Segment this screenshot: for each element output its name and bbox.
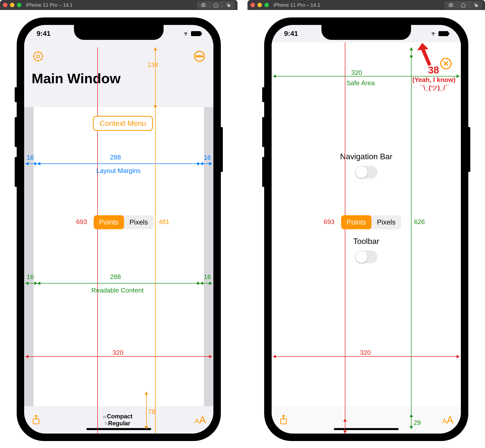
volume-up-button [15,117,17,147]
minimize-window-button[interactable] [257,3,262,7]
volume-down-button [15,157,17,187]
simulator-toolbar-buttons [197,1,235,9]
navigation-bar-switch[interactable] [355,166,377,179]
home-button[interactable] [210,1,222,9]
simulator-toolbar-buttons [445,1,482,9]
window-titlebar: iPhone 11 Pro – 14.1 [0,0,238,10]
svg-point-11 [450,4,452,6]
share-icon[interactable] [32,414,41,425]
minimize-window-button[interactable] [10,3,14,7]
phone-screen: 9:41 Navigation Bar Toolbar [272,25,461,434]
gear-icon[interactable] [32,50,45,63]
unit-points-option[interactable]: Points [341,215,371,229]
status-icons [182,31,201,36]
window-title: iPhone 11 Pro – 14.1 [26,2,197,8]
power-button [468,127,470,172]
close-window-button[interactable] [250,3,255,7]
size-class-label: wCompact hRegular [103,413,132,427]
rotate-button[interactable] [222,1,235,9]
svg-rect-12 [475,4,478,7]
simulator-window-right: iPhone 11 Pro – 14.1 9:41 [247,0,485,448]
toolbar-label: Toolbar [272,237,461,246]
unit-segmented-control[interactable]: Points Pixels [94,215,154,229]
svg-point-1 [203,4,204,6]
battery-icon [438,31,448,36]
battery-icon [191,31,201,36]
svg-point-6 [196,56,198,57]
app-content: Main Window wCompact hRegular [24,42,213,434]
close-window-button[interactable] [3,3,7,7]
right-margin-gutter [204,107,213,406]
phone-frame: 9:41 [17,17,221,441]
screenshot-button[interactable] [197,1,210,9]
unit-pixels-option[interactable]: Pixels [371,215,401,229]
wifi-icon [182,31,189,36]
status-icons [430,31,448,36]
traffic-lights [250,3,269,7]
unit-pixels-option[interactable]: Pixels [124,215,154,229]
volume-down-button [262,157,265,187]
window-titlebar: iPhone 11 Pro – 14.1 [247,0,485,10]
home-indicator [334,428,399,430]
rotate-button[interactable] [470,1,482,9]
zoom-window-button[interactable] [264,3,269,7]
phone-screen: 9:41 [24,25,213,434]
simulator-window-left: iPhone 11 Pro – 14.1 9:41 [0,0,238,448]
main-content-area [24,107,213,406]
svg-point-7 [199,56,200,57]
unit-points-option[interactable]: Points [94,215,124,229]
home-button[interactable] [457,1,470,9]
more-icon[interactable] [193,50,206,63]
navigation-header: Main Window [24,42,213,107]
svg-point-8 [201,56,203,57]
power-button [220,127,223,172]
navigation-bar-label: Navigation Bar [272,152,461,161]
notch [321,25,411,40]
silent-switch [15,87,17,102]
screenshot-button[interactable] [445,1,457,9]
toolbar-switch[interactable] [355,250,377,263]
traffic-lights [3,3,21,7]
text-size-icon[interactable]: AA [195,414,206,426]
share-icon[interactable] [279,414,288,425]
text-size-icon[interactable]: AA [442,414,453,426]
silent-switch [262,87,265,102]
window-title: iPhone 11 Pro – 14.1 [273,2,445,8]
volume-up-button [262,117,265,147]
left-margin-gutter [24,107,34,406]
svg-point-4 [37,55,40,58]
zoom-window-button[interactable] [17,3,21,7]
home-indicator [86,428,151,430]
svg-rect-2 [228,4,230,7]
phone-frame: 9:41 Navigation Bar Toolbar [264,17,468,441]
wifi-icon [430,31,436,36]
status-time: 9:41 [284,30,298,38]
notch [74,25,164,40]
simulator-body: 9:41 Navigation Bar Toolbar [247,10,485,448]
context-menu-button[interactable]: Context Menu [93,116,153,131]
simulator-body: 9:41 [0,10,238,448]
status-time: 9:41 [37,30,51,38]
unit-segmented-control[interactable]: Points Pixels [341,215,401,229]
close-icon[interactable] [440,57,452,70]
page-title: Main Window [32,70,206,86]
app-content: Navigation Bar Toolbar AA [272,42,461,434]
